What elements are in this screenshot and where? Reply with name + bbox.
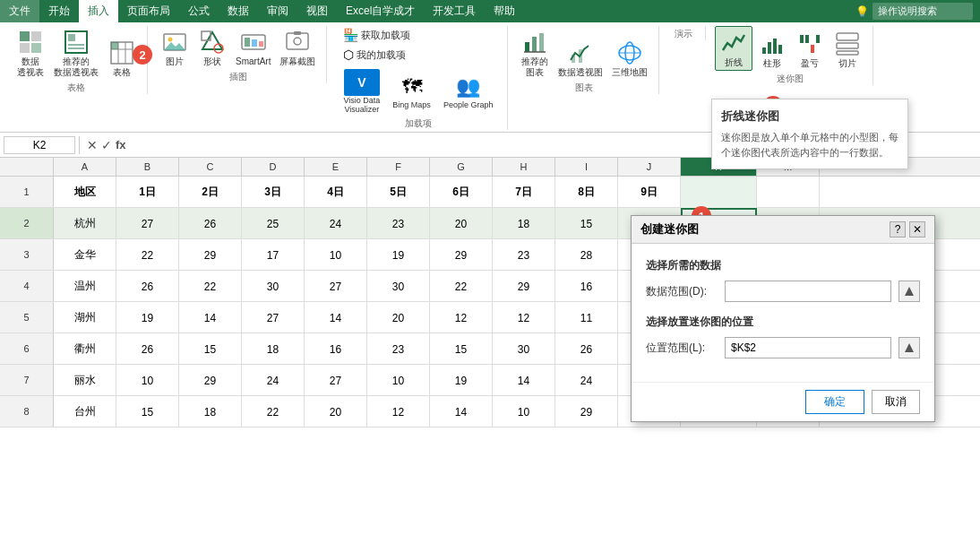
cell-H6[interactable]: 30 <box>493 333 555 365</box>
confirm-formula-icon[interactable]: ✓ <box>101 138 112 152</box>
get-addins-btn[interactable]: 🏪 获取加载项 <box>340 26 414 44</box>
cell-G6[interactable]: 15 <box>430 333 493 365</box>
cell-E4[interactable]: 27 <box>305 271 367 302</box>
cell-D6[interactable]: 18 <box>242 333 305 365</box>
cell-F1[interactable]: 5日 <box>367 177 430 208</box>
tab-review[interactable]: 审阅 <box>258 0 297 22</box>
screenshot-btn[interactable]: 屏幕截图 <box>276 26 319 69</box>
cell-A2[interactable]: 杭州 <box>54 208 116 239</box>
col-header-J[interactable]: J <box>618 158 681 176</box>
cell-F8[interactable]: 12 <box>367 396 430 427</box>
dialog-location-range-expand-btn[interactable] <box>898 337 920 358</box>
cell-I7[interactable]: 24 <box>555 365 618 396</box>
cell-I6[interactable]: 26 <box>555 333 618 365</box>
col-header-C[interactable]: C <box>179 158 242 176</box>
cell-B2[interactable]: 27 <box>116 208 179 239</box>
cell-F4[interactable]: 30 <box>367 271 430 302</box>
col-header-F[interactable]: F <box>367 158 430 176</box>
cell-I8[interactable]: 29 <box>555 396 618 427</box>
cell-E5[interactable]: 14 <box>305 302 367 333</box>
cell-E2[interactable]: 24 <box>305 208 367 239</box>
col-header-I[interactable]: I <box>555 158 618 176</box>
tab-excel-learn[interactable]: Excel自学成才 <box>337 0 424 22</box>
cell-J1[interactable]: 9日 <box>618 177 681 208</box>
cell-F7[interactable]: 10 <box>367 365 430 396</box>
cell-D7[interactable]: 24 <box>242 365 305 396</box>
cell-C4[interactable]: 22 <box>179 271 242 302</box>
cell-C3[interactable]: 29 <box>179 239 242 271</box>
winloss-sparkline-btn[interactable]: 盈亏 <box>792 28 828 71</box>
cell-G7[interactable]: 19 <box>430 365 493 396</box>
cell-A3[interactable]: 金华 <box>54 239 116 271</box>
dialog-location-range-input[interactable] <box>725 337 891 358</box>
line-sparkline-btn[interactable]: 折线 <box>715 26 752 71</box>
cell-C7[interactable]: 29 <box>179 365 242 396</box>
tab-view[interactable]: 视图 <box>297 0 337 22</box>
col-header-G[interactable]: G <box>430 158 493 176</box>
row-num-6[interactable]: 6 <box>0 333 54 364</box>
search-box-label[interactable]: 操作说明搜索 <box>873 3 973 20</box>
cell-E3[interactable]: 10 <box>305 239 367 271</box>
cell-I4[interactable]: 16 <box>555 271 618 302</box>
cell-B8[interactable]: 15 <box>116 396 179 427</box>
cell-A7[interactable]: 丽水 <box>54 365 116 396</box>
row-num-7[interactable]: 7 <box>0 365 54 395</box>
cell-H4[interactable]: 29 <box>493 271 555 302</box>
bing-maps-btn[interactable]: 🗺 Bing Maps <box>389 72 434 111</box>
cell-E1[interactable]: 4日 <box>305 177 367 208</box>
cell-I1[interactable]: 8日 <box>555 177 618 208</box>
cell-G3[interactable]: 29 <box>430 239 493 271</box>
row-num-5[interactable]: 5 <box>0 302 54 332</box>
cell-D4[interactable]: 30 <box>242 271 305 302</box>
shapes-btn[interactable]: 形状 <box>194 26 230 69</box>
cell-I5[interactable]: 11 <box>555 302 618 333</box>
cell-F5[interactable]: 20 <box>367 302 430 333</box>
cell-F6[interactable]: 23 <box>367 333 430 365</box>
cell-C6[interactable]: 15 <box>179 333 242 365</box>
column-sparkline-btn[interactable]: 柱形 <box>754 28 790 71</box>
tab-insert[interactable]: 插入 <box>79 0 118 22</box>
dialog-data-range-input[interactable] <box>725 281 891 302</box>
insert-function-icon[interactable]: fx <box>116 138 126 151</box>
tab-page-layout[interactable]: 页面布局 <box>118 0 179 22</box>
cell-E6[interactable]: 16 <box>305 333 367 365</box>
cell-G4[interactable]: 22 <box>430 271 493 302</box>
cell-C1[interactable]: 2日 <box>179 177 242 208</box>
cell-H2[interactable]: 18 <box>493 208 555 239</box>
col-header-H[interactable]: H <box>493 158 555 176</box>
cell-H1[interactable]: 7日 <box>493 177 555 208</box>
row-num-3[interactable]: 3 <box>0 239 54 270</box>
row-num-2[interactable]: 2 <box>0 208 54 238</box>
cell-I3[interactable]: 28 <box>555 239 618 271</box>
cell-F2[interactable]: 23 <box>367 208 430 239</box>
cell-D5[interactable]: 27 <box>242 302 305 333</box>
cell-D1[interactable]: 3日 <box>242 177 305 208</box>
row-num-4[interactable]: 4 <box>0 271 54 301</box>
recommended-charts-btn[interactable]: 推荐的图表 <box>517 26 553 80</box>
tab-file[interactable]: 文件 <box>0 0 39 22</box>
cell-E8[interactable]: 20 <box>305 396 367 427</box>
visio-btn[interactable]: V Visio DataVisualizer <box>340 67 383 116</box>
pivot-chart-btn[interactable]: 数据透视图 <box>554 37 606 80</box>
cell-A1[interactable]: 地区 <box>54 177 116 208</box>
picture-btn[interactable]: 图片 <box>157 26 193 69</box>
pivot-table-btn[interactable]: 数据透视表 <box>13 26 48 80</box>
tab-formula[interactable]: 公式 <box>179 0 219 22</box>
cell-A5[interactable]: 湖州 <box>54 302 116 333</box>
recommended-pivot-btn[interactable]: 推荐的数据透视表 <box>50 26 102 80</box>
cell-D3[interactable]: 17 <box>242 239 305 271</box>
cell-E7[interactable]: 27 <box>305 365 367 396</box>
cell-F3[interactable]: 19 <box>367 239 430 271</box>
cell-B3[interactable]: 22 <box>116 239 179 271</box>
row-num-8[interactable]: 8 <box>0 396 54 427</box>
cell-B1[interactable]: 1日 <box>116 177 179 208</box>
cell-A8[interactable]: 台州 <box>54 396 116 427</box>
cell-G8[interactable]: 14 <box>430 396 493 427</box>
col-header-B[interactable]: B <box>116 158 179 176</box>
tab-home[interactable]: 开始 <box>39 0 79 22</box>
cell-C8[interactable]: 18 <box>179 396 242 427</box>
cell-G5[interactable]: 12 <box>430 302 493 333</box>
cell-M1[interactable] <box>757 177 820 208</box>
cell-B4[interactable]: 26 <box>116 271 179 302</box>
row-num-1[interactable]: 1 <box>0 177 54 207</box>
